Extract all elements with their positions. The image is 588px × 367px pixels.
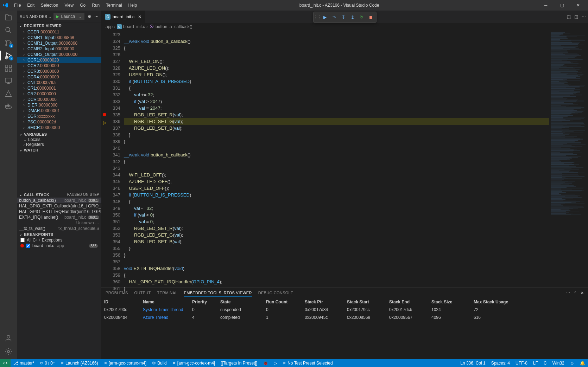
toolchain-2[interactable]: ✕[arm-gcc-cortex-m4] — [170, 359, 218, 367]
bp-file-check[interactable] — [26, 244, 30, 248]
section-watch[interactable]: ⌄Watch — [17, 147, 101, 153]
section-callstack[interactable]: ⌄Call StackPAUSED ON STEP — [17, 192, 101, 198]
maximize-icon[interactable]: ▢ — [555, 0, 569, 10]
thread-link[interactable]: Azure Thread — [143, 315, 192, 320]
menu-run[interactable]: Run — [89, 1, 102, 9]
callstack-frame[interactable]: HAL_GPIO_EXTI_Callback(uint16_t GPIO_P — [17, 203, 101, 209]
explorer-icon[interactable] — [4, 13, 13, 22]
launch-settings-icon[interactable]: ⚙ — [87, 14, 92, 19]
source-control-icon[interactable]: 1 — [4, 39, 13, 47]
menu-go[interactable]: Go — [77, 1, 88, 9]
register-row-smcr[interactable]: ›SMCR: 00000000 — [17, 125, 101, 130]
feedback-icon[interactable]: ☺ — [567, 361, 577, 366]
register-row-egr[interactable]: ›EGR: xxxxxxxx — [17, 114, 101, 119]
drag-handle-icon[interactable]: ⋮⋮ — [315, 15, 320, 20]
menu-terminal[interactable]: Terminal — [103, 1, 125, 9]
indent[interactable]: Spaces: 4 — [488, 361, 513, 366]
rtos-row[interactable]: 0x200084b4Azure Thread4completed10x20009… — [104, 314, 585, 321]
menu-view[interactable]: View — [62, 1, 76, 9]
step-out-icon[interactable]: ↥ — [348, 13, 357, 21]
register-row-dcr[interactable]: ›DCR: 00000000 — [17, 97, 101, 102]
notifications-icon[interactable]: 🔔 — [577, 361, 588, 366]
tab-close-icon[interactable]: ✕ — [138, 14, 141, 19]
targets[interactable]: [[Targets In Preset]] — [218, 359, 260, 367]
encoding[interactable]: UTF-8 — [513, 361, 530, 366]
breadcrumb-app[interactable]: app — [106, 24, 113, 29]
eol[interactable]: LF — [530, 361, 541, 366]
bp-all-cpp-check[interactable] — [20, 238, 25, 242]
minimize-icon[interactable]: ─ — [539, 0, 553, 10]
menu-edit[interactable]: Edit — [24, 1, 37, 9]
callstack-frame[interactable]: __tx_ts_wait()tx_thread_schedule.S — [17, 226, 101, 231]
build-button[interactable]: ⚙Build — [149, 359, 170, 367]
run-target-icon[interactable]: ▷ — [271, 359, 280, 367]
register-row-ccr2[interactable]: ›CCR2: 00000000 — [17, 63, 101, 69]
register-row-ccr3[interactable]: ›CCR3: 00000000 — [17, 69, 101, 74]
git-sync[interactable]: ⟳0↓ 0↑ — [37, 359, 58, 367]
minimap[interactable] — [549, 31, 588, 287]
breakpoint-all-cpp[interactable]: All C++ Exceptions — [17, 237, 101, 243]
breadcrumb-symbol[interactable]: ⦿button_a_callback() — [149, 24, 192, 29]
callstack-frame[interactable]: Unknown … — [17, 220, 101, 226]
section-variables[interactable]: ⌄Variables — [17, 131, 101, 137]
register-row-ccmr2_input[interactable]: ›CCMR2_Input: 00000000 — [17, 46, 101, 52]
docker-icon[interactable] — [4, 102, 13, 110]
search-icon[interactable] — [4, 26, 13, 34]
more-icon[interactable]: ⋯ — [94, 14, 99, 19]
cmake-icon[interactable] — [4, 89, 13, 98]
menu-selection[interactable]: Selection — [38, 1, 61, 9]
restart-icon[interactable]: ↻ — [358, 13, 366, 21]
panel-maximize-icon[interactable]: ⌃ — [574, 291, 577, 295]
panel-more-icon[interactable]: ⋯ — [566, 291, 570, 295]
register-row-ccmr2_output[interactable]: ›CCMR2_Output: 00000000 — [17, 52, 101, 57]
register-row-ccer[interactable]: ›CCER: 00000011 — [17, 29, 101, 35]
toolchain-1[interactable]: ✕[arm-gcc-cortex-m4] — [101, 359, 149, 367]
panel-close-icon[interactable]: ✕ — [581, 291, 584, 295]
menu-help[interactable]: Help — [126, 1, 140, 9]
register-row-dier[interactable]: ›DIER: 00000000 — [17, 102, 101, 108]
callstack-frame[interactable]: EXTI4_IRQHandler()board_init.c360:1 — [17, 214, 101, 220]
register-row-cr1[interactable]: ›CR1: 00000001 — [17, 85, 101, 91]
code-content[interactable]: __weak void button_a_callback(){ WIFI_LE… — [124, 31, 549, 287]
language-mode[interactable]: C — [541, 361, 550, 366]
callstack-frame[interactable]: HAL_GPIO_EXTI_IRQHandler(uint16_t GPIO — [17, 209, 101, 214]
remote-indicator[interactable] — [0, 359, 11, 367]
section-register-viewer[interactable]: ⌄Register Viewer — [17, 22, 101, 28]
run-debug-icon[interactable]: 1 — [4, 51, 13, 60]
close-icon[interactable]: ✕ — [571, 0, 585, 10]
editor-body[interactable]: ▷ 32332432532632732832933033133233333433… — [101, 31, 588, 287]
register-row-cr2[interactable]: ›CR2: 00000000 — [17, 91, 101, 97]
breakpoint-gutter[interactable]: ▷ — [101, 31, 108, 287]
register-row-ccmr1_input[interactable]: ›CCMR1_Input: 00006868 — [17, 35, 101, 40]
breadcrumbs[interactable]: app › Cboard_init.c › ⦿button_a_callback… — [101, 23, 588, 31]
split-editor-icon[interactable]: ◫ — [574, 14, 578, 19]
extensions-icon[interactable] — [4, 64, 13, 72]
thread-link[interactable]: System Timer Thread — [143, 307, 192, 312]
register-row-ccmr1_output[interactable]: ›CCMR1_Output: 00006868 — [17, 40, 101, 46]
os[interactable]: Win32 — [550, 361, 567, 366]
test-preset[interactable]: ✕No Test Preset Selected — [280, 359, 336, 367]
register-row-ccr4[interactable]: ›CCR4: 00000000 — [17, 74, 101, 80]
rtos-row[interactable]: 0x2001790cSystem Timer Thread0suspended0… — [104, 306, 585, 314]
tab-board-init[interactable]: C board_init.c ✕ — [101, 11, 145, 23]
open-changes-icon[interactable]: ⬚ — [567, 14, 571, 19]
cursor-position[interactable]: Ln 336, Col 1 — [457, 361, 488, 366]
variables-locals[interactable]: ⌄Locals — [17, 137, 101, 142]
register-row-cnt[interactable]: ›CNT: 0000079a — [17, 80, 101, 85]
breadcrumb-file[interactable]: Cboard_init.c — [117, 24, 145, 29]
debug-target-icon[interactable]: 🐞 — [260, 359, 271, 367]
section-breakpoints[interactable]: ⌄Breakpoints — [17, 231, 101, 237]
step-over-icon[interactable]: ↷ — [330, 13, 339, 21]
register-row-dmar[interactable]: ›DMAR: 00000001 — [17, 108, 101, 114]
step-into-icon[interactable]: ↧ — [339, 13, 348, 21]
cmake-launch[interactable]: ✕Launch (AZ3166) — [58, 359, 101, 367]
register-row-ccr1[interactable]: ›CCR1: 00000020 — [17, 57, 101, 63]
callstack-frame[interactable]: button_a_callback()board_init.c336:1 — [17, 198, 101, 203]
stop-icon[interactable]: ◼ — [367, 13, 375, 21]
menu-file[interactable]: File — [11, 1, 24, 9]
register-row-psc[interactable]: ›PSC: 0000002d — [17, 119, 101, 125]
remote-explorer-icon[interactable] — [4, 77, 13, 85]
debug-toolbar[interactable]: ⋮⋮ ▶ ↷ ↧ ↥ ↻ ◼ — [313, 12, 377, 23]
accounts-icon[interactable] — [4, 334, 13, 342]
launch-config-select[interactable]: ▶ Launch ⌄ — [53, 13, 84, 20]
